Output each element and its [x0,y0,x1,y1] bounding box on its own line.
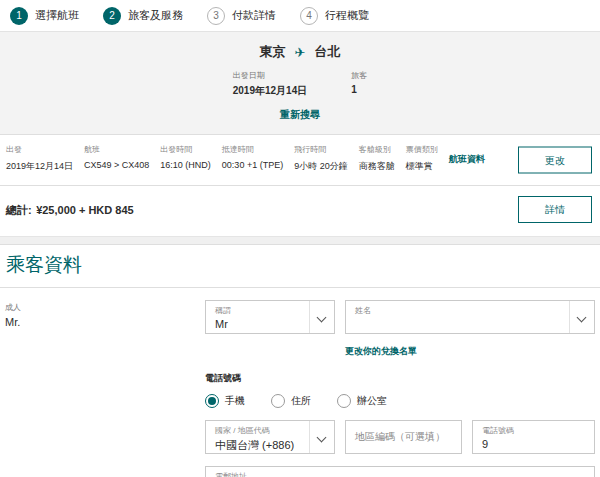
adult-block: 成人 Mr. [5,300,195,334]
plane-icon: ✈ [295,45,306,60]
phone-section-label: 電話號碼 [205,372,595,385]
booking-stepper: 1 選擇航班 2 旅客及服務 3 付款詳情 4 行程概覽 [0,0,600,31]
area-code-placeholder: 地區編碼（可選填） [355,430,445,444]
field-label: 出發 [6,144,73,155]
departure-date-block: 出發日期 2019年12月14日 [233,70,308,98]
passenger-section-header: 乘客資料 [0,244,600,288]
field-value: 9小時 20分鐘 [294,160,348,173]
email-label: 電郵地址 [215,471,585,477]
field-label: 客艙級別 [359,144,395,155]
redemption-list-link[interactable]: 更改你的兌換名單 [345,346,417,356]
step-label: 選擇航班 [35,8,79,23]
flight-field: 抵達時間 00:30 +1 (TPE) [222,144,283,170]
field-label: 飛行時間 [294,144,348,155]
details-button[interactable]: 詳情 [518,196,592,223]
origin-city: 東京 [260,43,286,61]
flight-info-link[interactable]: 航班資料 [449,153,485,166]
trip-summary: 東京 ✈ 台北 出發日期 2019年12月14日 旅客 1 重新搜尋 [0,31,600,134]
radio-label: 手機 [225,394,245,408]
field-label: 航班 [84,144,149,155]
field-value: 標準賞 [406,160,438,173]
radio-office[interactable]: 辦公室 [337,394,387,408]
radio-icon [337,394,351,408]
passengers-label: 旅客 [351,70,367,81]
field-value: 商務客艙 [359,160,395,173]
step-label: 行程概覽 [325,8,369,23]
field-label: 出發時間 [160,144,211,155]
step-number-badge: 2 [103,7,121,25]
title-select[interactable]: 稱謂 Mr [205,300,335,334]
total-label: 總計: [6,204,32,216]
step-passengers-services[interactable]: 2 旅客及服務 [103,7,183,25]
section-divider [0,236,600,244]
radio-icon [271,394,285,408]
step-select-flight[interactable]: 1 選擇航班 [10,7,79,25]
total-amount: ¥25,000 + HKD 845 [36,204,134,216]
area-code-input[interactable]: 地區編碼（可選填） [345,420,462,454]
country-code-select[interactable]: 國家 / 地區代碼 中國台灣 (+886) [205,420,335,454]
chevron-down-icon [569,301,594,333]
flight-field: 出發 2019年12月14日 [6,144,73,173]
radio-label: 辦公室 [357,394,387,408]
adult-value: Mr. [5,316,195,328]
adult-label: 成人 [5,302,195,313]
trip-summary-info: 出發日期 2019年12月14日 旅客 1 [233,70,368,98]
email-input[interactable]: 電郵地址 k @m .com.tw [205,466,595,477]
flight-field: 航班 CX549 > CX408 [84,144,149,170]
field-value: CX549 > CX408 [84,160,149,170]
radio-icon [205,394,219,408]
departure-date-label: 出發日期 [233,70,308,81]
flight-field: 客艙級別 商務客艙 [359,144,395,173]
route: 東京 ✈ 台北 [0,43,600,61]
field-label: 抵達時間 [222,144,283,155]
flight-detail-strip: 出發 2019年12月14日 航班 CX549 > CX408 出發時間 16:… [0,134,600,186]
passengers-block: 旅客 1 [351,70,367,98]
search-again-link[interactable]: 重新搜尋 [280,108,320,122]
step-number-badge: 4 [300,7,318,25]
departure-date-value: 2019年12月14日 [233,84,308,98]
name-select-label: 姓名 [355,305,585,316]
step-payment[interactable]: 3 付款詳情 [207,7,276,25]
chevron-down-icon [309,421,334,453]
flight-field: 飛行時間 9小時 20分鐘 [294,144,348,173]
field-value: 2019年12月14日 [6,160,73,173]
step-label: 旅客及服務 [128,8,183,23]
phone-type-radios: 手機 住所 辦公室 [205,394,595,408]
step-number-badge: 1 [10,7,28,25]
field-label: 票價類別 [406,144,438,155]
flight-field: 票價類別 標準賞 [406,144,438,173]
radio-mobile[interactable]: 手機 [205,394,245,408]
field-value: 00:30 +1 (TPE) [222,160,283,170]
step-label: 付款詳情 [232,8,276,23]
phone-number-label: 電話號碼 [482,425,585,436]
step-number-badge: 3 [207,7,225,25]
radio-label: 住所 [291,394,311,408]
chevron-down-icon [309,301,334,333]
field-value: 16:10 (HND) [160,160,211,170]
passenger-form: 成人 Mr. 稱謂 Mr 姓名 更改你的兌換名單 電話號碼 手機 住所 辦公室 [0,288,600,477]
radio-home[interactable]: 住所 [271,394,311,408]
passengers-value: 1 [351,84,367,95]
step-itinerary[interactable]: 4 行程概覽 [300,7,369,25]
flight-field: 出發時間 16:10 (HND) [160,144,211,170]
change-flight-button[interactable]: 更改 [518,147,592,174]
phone-number-input[interactable]: 電話號碼 9 [472,420,595,454]
phone-number-value: 9 [482,438,585,450]
destination-city: 台北 [314,43,340,61]
page-title: 乘客資料 [6,252,594,278]
name-select[interactable]: 姓名 [345,300,595,334]
total-row: 總計: ¥25,000 + HKD 845 詳情 [0,186,600,236]
